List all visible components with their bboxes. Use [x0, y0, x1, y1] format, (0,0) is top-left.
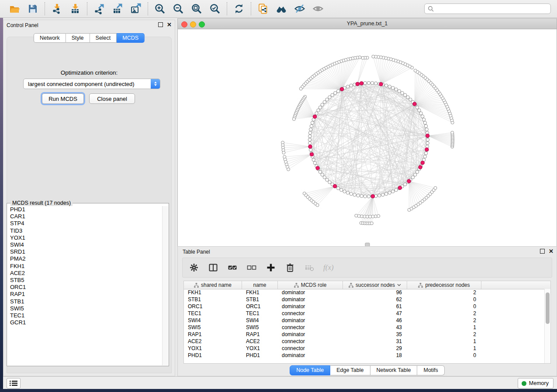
- tab-edge-table[interactable]: Edge Table: [330, 365, 370, 375]
- delete-table-button: [304, 262, 315, 273]
- float-panel-icon[interactable]: [540, 249, 545, 254]
- import-network-icon: [51, 3, 62, 14]
- mcds-result-list: PHD1CAR1STP4TID3YOX1SWI4SRD1PMA2FKH1ACE2…: [7, 206, 163, 365]
- column-header-predecessors[interactable]: predecessor nodes: [407, 281, 481, 289]
- refresh-network-button[interactable]: [233, 3, 245, 15]
- zoom-selected-button[interactable]: [209, 3, 221, 15]
- column-header-shared_name[interactable]: shared name: [184, 281, 242, 289]
- tab-select[interactable]: Select: [90, 33, 117, 43]
- zoom-in-button[interactable]: [154, 3, 166, 15]
- tab-motifs[interactable]: Motifs: [417, 365, 444, 375]
- zoom-fit-button[interactable]: [190, 3, 203, 15]
- import-table-button[interactable]: [69, 3, 81, 15]
- table-row[interactable]: SWI5SWI5connector431: [184, 324, 545, 331]
- select-all-button[interactable]: [227, 262, 238, 273]
- column-header-role[interactable]: MCDS role: [278, 281, 343, 289]
- table-settings-button[interactable]: [189, 262, 199, 273]
- tab-node-table[interactable]: Node Table: [290, 365, 330, 375]
- table-row[interactable]: PHD1PHD1dominator180: [184, 352, 545, 359]
- zoom-selected-icon: [209, 3, 221, 14]
- criterion-dropdown[interactable]: largest connected component (undirected): [23, 79, 160, 89]
- cell-role: connector: [278, 345, 343, 352]
- cell-role: dominator: [278, 352, 343, 359]
- eye-slash-icon: [294, 3, 305, 14]
- cell-role: dominator: [278, 331, 343, 338]
- cell-predecessors: 0: [407, 303, 481, 310]
- search-input[interactable]: [436, 5, 547, 12]
- add-column-button[interactable]: [266, 262, 276, 273]
- mcds-result-item[interactable]: SWI5: [7, 305, 163, 312]
- table-row[interactable]: STB1STB1dominator620: [184, 296, 545, 303]
- clone-network-icon: [257, 3, 269, 14]
- export-image-button[interactable]: [130, 3, 142, 15]
- control-panel-tabs: NetworkStyleSelectMCDS: [34, 33, 145, 43]
- cell-predecessors: 1: [407, 324, 481, 331]
- table-row[interactable]: SWI4SWI4dominator462: [184, 317, 545, 324]
- show-graphics-details-button[interactable]: [312, 3, 324, 15]
- run-mcds-button[interactable]: Run MCDS: [42, 93, 84, 104]
- table-scrollbar[interactable]: [544, 289, 550, 363]
- cell-role: dominator: [278, 303, 343, 310]
- mcds-result-item[interactable]: ORC1: [7, 284, 163, 291]
- clone-network-button[interactable]: [257, 3, 269, 15]
- network-canvas[interactable]: [178, 29, 557, 246]
- import-network-button[interactable]: [51, 3, 63, 15]
- mcds-result-item[interactable]: CAR1: [7, 213, 163, 220]
- close-panel-icon[interactable]: ✕: [167, 23, 172, 27]
- column-header-successors[interactable]: successor nodes: [343, 281, 407, 289]
- delete-columns-button[interactable]: [285, 262, 295, 273]
- search-binoculars-button[interactable]: [275, 3, 287, 15]
- table-row[interactable]: ACE2ACE2connector311: [184, 338, 545, 345]
- tab-network[interactable]: Network: [34, 33, 66, 43]
- zoom-out-button[interactable]: [172, 3, 184, 15]
- mcds-result-item[interactable]: TID3: [7, 227, 163, 234]
- mcds-result-item[interactable]: SRD1: [7, 248, 163, 255]
- close-panel-icon[interactable]: ✕: [549, 249, 554, 253]
- task-history-button[interactable]: [7, 378, 21, 389]
- mcds-result-item[interactable]: RAP1: [7, 291, 163, 298]
- save-session-button[interactable]: [27, 3, 39, 15]
- search-field[interactable]: [424, 3, 551, 14]
- trash-icon: [285, 263, 295, 272]
- table-row[interactable]: FKH1FKH1dominator962: [184, 289, 545, 296]
- table-row[interactable]: TEC1TEC1connector472: [184, 310, 545, 317]
- tab-style[interactable]: Style: [66, 33, 90, 43]
- cell-shared_name: ACE2: [184, 338, 242, 345]
- export-table-button[interactable]: [111, 3, 124, 15]
- table-scrollbar-thumb[interactable]: [546, 292, 550, 324]
- column-header-name[interactable]: name: [242, 281, 278, 289]
- cell-shared_name: SWI4: [184, 317, 242, 324]
- mcds-result-item[interactable]: TEC1: [7, 312, 163, 319]
- mcds-result-item[interactable]: PMA2: [7, 255, 163, 262]
- mcds-result-item[interactable]: SWI4: [7, 241, 163, 248]
- mcds-result-item[interactable]: PHD1: [7, 206, 163, 213]
- cell-shared_name: STB1: [184, 296, 242, 303]
- mcds-result-scrollbar[interactable]: [162, 206, 168, 365]
- network-titlebar[interactable]: YPA_prune.txt_1: [178, 19, 557, 29]
- mcds-result-item[interactable]: GCR1: [7, 319, 163, 326]
- tab-mcds[interactable]: MCDS: [117, 33, 145, 43]
- clear-selection-button[interactable]: [246, 262, 257, 273]
- desktop: Control Panel ✕ NetworkStyleSelectMCDS O…: [0, 0, 557, 392]
- cell-predecessors: 1: [407, 338, 481, 345]
- table-tabs: Node TableEdge TableNetwork TableMotifs: [178, 365, 557, 375]
- mcds-result-item[interactable]: STB1: [7, 298, 163, 305]
- mcds-result-item[interactable]: STB5: [7, 277, 163, 284]
- open-session-button[interactable]: [8, 3, 21, 15]
- cell-role: dominator: [278, 289, 343, 296]
- mcds-result-item[interactable]: STP4: [7, 220, 163, 227]
- mcds-result-item[interactable]: YOX1: [7, 234, 163, 241]
- table-row[interactable]: RAP1RAP1dominator352: [184, 331, 545, 338]
- mcds-result-item[interactable]: ACE2: [7, 270, 163, 277]
- mcds-result-item[interactable]: FKH1: [7, 263, 163, 270]
- float-panel-icon[interactable]: [158, 22, 163, 27]
- table-row[interactable]: YOX1YOX1connector291: [184, 345, 545, 352]
- memory-button[interactable]: Memory: [518, 378, 554, 389]
- table-row[interactable]: ORC1ORC1dominator610: [184, 303, 545, 310]
- export-network-button[interactable]: [93, 3, 105, 15]
- close-panel-button[interactable]: Close panel: [89, 93, 135, 104]
- hide-graphics-details-button[interactable]: [294, 3, 306, 15]
- split-panel-button[interactable]: [208, 262, 218, 273]
- tab-network-table[interactable]: Network Table: [370, 365, 418, 375]
- import-table-icon: [69, 3, 81, 14]
